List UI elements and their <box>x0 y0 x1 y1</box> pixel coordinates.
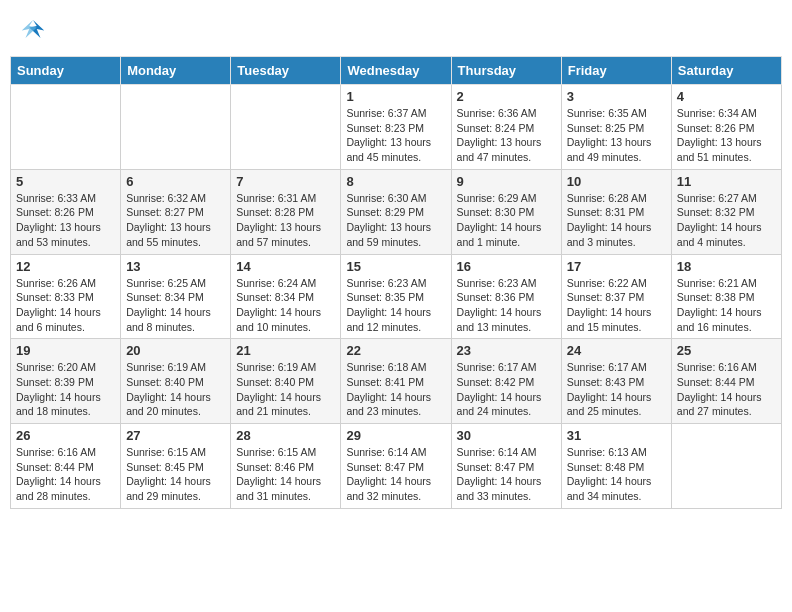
calendar-cell: 6Sunrise: 6:32 AM Sunset: 8:27 PM Daylig… <box>121 169 231 254</box>
calendar-cell: 26Sunrise: 6:16 AM Sunset: 8:44 PM Dayli… <box>11 424 121 509</box>
day-info: Sunrise: 6:27 AM Sunset: 8:32 PM Dayligh… <box>677 191 776 250</box>
day-number: 21 <box>236 343 335 358</box>
calendar-cell: 27Sunrise: 6:15 AM Sunset: 8:45 PM Dayli… <box>121 424 231 509</box>
column-header-friday: Friday <box>561 57 671 85</box>
day-info: Sunrise: 6:13 AM Sunset: 8:48 PM Dayligh… <box>567 445 666 504</box>
calendar-week-row: 12Sunrise: 6:26 AM Sunset: 8:33 PM Dayli… <box>11 254 782 339</box>
day-number: 1 <box>346 89 445 104</box>
page-header <box>10 10 782 48</box>
day-number: 14 <box>236 259 335 274</box>
calendar-cell: 29Sunrise: 6:14 AM Sunset: 8:47 PM Dayli… <box>341 424 451 509</box>
day-number: 6 <box>126 174 225 189</box>
day-number: 25 <box>677 343 776 358</box>
column-header-monday: Monday <box>121 57 231 85</box>
calendar-cell: 10Sunrise: 6:28 AM Sunset: 8:31 PM Dayli… <box>561 169 671 254</box>
day-info: Sunrise: 6:18 AM Sunset: 8:41 PM Dayligh… <box>346 360 445 419</box>
calendar-cell: 17Sunrise: 6:22 AM Sunset: 8:37 PM Dayli… <box>561 254 671 339</box>
day-number: 26 <box>16 428 115 443</box>
calendar-cell: 13Sunrise: 6:25 AM Sunset: 8:34 PM Dayli… <box>121 254 231 339</box>
day-info: Sunrise: 6:16 AM Sunset: 8:44 PM Dayligh… <box>16 445 115 504</box>
day-info: Sunrise: 6:31 AM Sunset: 8:28 PM Dayligh… <box>236 191 335 250</box>
day-number: 3 <box>567 89 666 104</box>
column-header-thursday: Thursday <box>451 57 561 85</box>
calendar-cell: 3Sunrise: 6:35 AM Sunset: 8:25 PM Daylig… <box>561 85 671 170</box>
day-number: 30 <box>457 428 556 443</box>
day-info: Sunrise: 6:14 AM Sunset: 8:47 PM Dayligh… <box>457 445 556 504</box>
day-number: 11 <box>677 174 776 189</box>
day-number: 20 <box>126 343 225 358</box>
calendar-cell <box>671 424 781 509</box>
svg-marker-1 <box>22 20 37 38</box>
day-number: 12 <box>16 259 115 274</box>
calendar-cell: 28Sunrise: 6:15 AM Sunset: 8:46 PM Dayli… <box>231 424 341 509</box>
day-info: Sunrise: 6:19 AM Sunset: 8:40 PM Dayligh… <box>236 360 335 419</box>
column-header-saturday: Saturday <box>671 57 781 85</box>
calendar-cell: 11Sunrise: 6:27 AM Sunset: 8:32 PM Dayli… <box>671 169 781 254</box>
calendar-cell: 19Sunrise: 6:20 AM Sunset: 8:39 PM Dayli… <box>11 339 121 424</box>
logo <box>18 14 50 44</box>
calendar-cell <box>231 85 341 170</box>
day-info: Sunrise: 6:30 AM Sunset: 8:29 PM Dayligh… <box>346 191 445 250</box>
calendar-week-row: 5Sunrise: 6:33 AM Sunset: 8:26 PM Daylig… <box>11 169 782 254</box>
day-number: 27 <box>126 428 225 443</box>
day-number: 24 <box>567 343 666 358</box>
day-number: 7 <box>236 174 335 189</box>
calendar-cell: 12Sunrise: 6:26 AM Sunset: 8:33 PM Dayli… <box>11 254 121 339</box>
calendar-cell: 25Sunrise: 6:16 AM Sunset: 8:44 PM Dayli… <box>671 339 781 424</box>
calendar-cell: 16Sunrise: 6:23 AM Sunset: 8:36 PM Dayli… <box>451 254 561 339</box>
day-number: 29 <box>346 428 445 443</box>
day-info: Sunrise: 6:15 AM Sunset: 8:46 PM Dayligh… <box>236 445 335 504</box>
day-info: Sunrise: 6:36 AM Sunset: 8:24 PM Dayligh… <box>457 106 556 165</box>
day-info: Sunrise: 6:29 AM Sunset: 8:30 PM Dayligh… <box>457 191 556 250</box>
day-number: 18 <box>677 259 776 274</box>
day-info: Sunrise: 6:24 AM Sunset: 8:34 PM Dayligh… <box>236 276 335 335</box>
calendar-cell: 4Sunrise: 6:34 AM Sunset: 8:26 PM Daylig… <box>671 85 781 170</box>
calendar-cell: 7Sunrise: 6:31 AM Sunset: 8:28 PM Daylig… <box>231 169 341 254</box>
day-info: Sunrise: 6:16 AM Sunset: 8:44 PM Dayligh… <box>677 360 776 419</box>
day-info: Sunrise: 6:37 AM Sunset: 8:23 PM Dayligh… <box>346 106 445 165</box>
calendar-cell: 24Sunrise: 6:17 AM Sunset: 8:43 PM Dayli… <box>561 339 671 424</box>
day-info: Sunrise: 6:17 AM Sunset: 8:43 PM Dayligh… <box>567 360 666 419</box>
calendar-cell: 15Sunrise: 6:23 AM Sunset: 8:35 PM Dayli… <box>341 254 451 339</box>
calendar-table: SundayMondayTuesdayWednesdayThursdayFrid… <box>10 56 782 509</box>
calendar-week-row: 19Sunrise: 6:20 AM Sunset: 8:39 PM Dayli… <box>11 339 782 424</box>
calendar-cell <box>11 85 121 170</box>
calendar-cell: 22Sunrise: 6:18 AM Sunset: 8:41 PM Dayli… <box>341 339 451 424</box>
calendar-cell: 9Sunrise: 6:29 AM Sunset: 8:30 PM Daylig… <box>451 169 561 254</box>
day-info: Sunrise: 6:17 AM Sunset: 8:42 PM Dayligh… <box>457 360 556 419</box>
calendar-cell: 8Sunrise: 6:30 AM Sunset: 8:29 PM Daylig… <box>341 169 451 254</box>
day-info: Sunrise: 6:32 AM Sunset: 8:27 PM Dayligh… <box>126 191 225 250</box>
day-number: 23 <box>457 343 556 358</box>
day-info: Sunrise: 6:19 AM Sunset: 8:40 PM Dayligh… <box>126 360 225 419</box>
calendar-header-row: SundayMondayTuesdayWednesdayThursdayFrid… <box>11 57 782 85</box>
calendar-cell: 23Sunrise: 6:17 AM Sunset: 8:42 PM Dayli… <box>451 339 561 424</box>
calendar-cell: 5Sunrise: 6:33 AM Sunset: 8:26 PM Daylig… <box>11 169 121 254</box>
calendar-cell <box>121 85 231 170</box>
calendar-cell: 20Sunrise: 6:19 AM Sunset: 8:40 PM Dayli… <box>121 339 231 424</box>
calendar-week-row: 1Sunrise: 6:37 AM Sunset: 8:23 PM Daylig… <box>11 85 782 170</box>
calendar-cell: 30Sunrise: 6:14 AM Sunset: 8:47 PM Dayli… <box>451 424 561 509</box>
day-info: Sunrise: 6:35 AM Sunset: 8:25 PM Dayligh… <box>567 106 666 165</box>
day-info: Sunrise: 6:20 AM Sunset: 8:39 PM Dayligh… <box>16 360 115 419</box>
day-number: 9 <box>457 174 556 189</box>
calendar-cell: 2Sunrise: 6:36 AM Sunset: 8:24 PM Daylig… <box>451 85 561 170</box>
day-info: Sunrise: 6:23 AM Sunset: 8:35 PM Dayligh… <box>346 276 445 335</box>
day-info: Sunrise: 6:34 AM Sunset: 8:26 PM Dayligh… <box>677 106 776 165</box>
day-info: Sunrise: 6:23 AM Sunset: 8:36 PM Dayligh… <box>457 276 556 335</box>
calendar-cell: 21Sunrise: 6:19 AM Sunset: 8:40 PM Dayli… <box>231 339 341 424</box>
day-number: 8 <box>346 174 445 189</box>
day-number: 19 <box>16 343 115 358</box>
day-info: Sunrise: 6:26 AM Sunset: 8:33 PM Dayligh… <box>16 276 115 335</box>
day-info: Sunrise: 6:14 AM Sunset: 8:47 PM Dayligh… <box>346 445 445 504</box>
calendar-cell: 14Sunrise: 6:24 AM Sunset: 8:34 PM Dayli… <box>231 254 341 339</box>
day-info: Sunrise: 6:21 AM Sunset: 8:38 PM Dayligh… <box>677 276 776 335</box>
day-number: 4 <box>677 89 776 104</box>
day-number: 13 <box>126 259 225 274</box>
day-info: Sunrise: 6:22 AM Sunset: 8:37 PM Dayligh… <box>567 276 666 335</box>
day-number: 31 <box>567 428 666 443</box>
column-header-sunday: Sunday <box>11 57 121 85</box>
day-number: 10 <box>567 174 666 189</box>
logo-bird-icon <box>18 14 48 44</box>
day-number: 22 <box>346 343 445 358</box>
day-number: 5 <box>16 174 115 189</box>
